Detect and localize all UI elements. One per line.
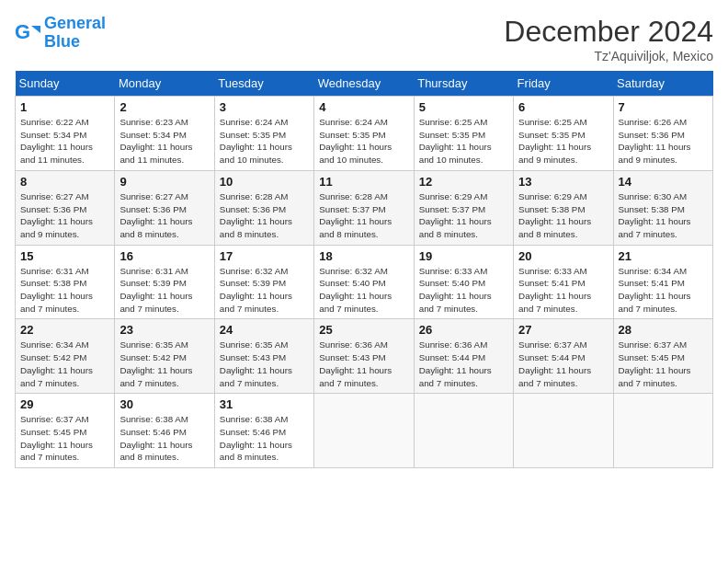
calendar-cell: 26Sunrise: 6:36 AMSunset: 5:44 PMDayligh… bbox=[414, 319, 513, 394]
logo-line1: General bbox=[44, 14, 106, 32]
day-number: 3 bbox=[220, 100, 309, 114]
title-section: December 2024 Tz'Aquiviljok, Mexico bbox=[504, 15, 713, 63]
calendar-cell: 16Sunrise: 6:31 AMSunset: 5:39 PMDayligh… bbox=[115, 245, 214, 319]
day-number: 14 bbox=[619, 175, 708, 189]
day-number: 19 bbox=[419, 249, 508, 263]
cell-info: Sunrise: 6:27 AMSunset: 5:36 PMDaylight:… bbox=[20, 190, 109, 241]
calendar-cell: 27Sunrise: 6:37 AMSunset: 5:44 PMDayligh… bbox=[514, 319, 613, 394]
day-number: 31 bbox=[220, 397, 309, 411]
cell-info: Sunrise: 6:38 AMSunset: 5:46 PMDaylight:… bbox=[119, 413, 209, 464]
day-number: 23 bbox=[119, 323, 209, 337]
calendar-cell: 25Sunrise: 6:36 AMSunset: 5:43 PMDayligh… bbox=[314, 319, 414, 394]
cell-info: Sunrise: 6:33 AMSunset: 5:40 PMDaylight:… bbox=[419, 265, 508, 316]
month-title: December 2024 bbox=[504, 15, 713, 49]
day-number: 30 bbox=[119, 397, 209, 411]
day-number: 15 bbox=[20, 249, 109, 263]
day-number: 16 bbox=[119, 249, 209, 263]
cell-info: Sunrise: 6:25 AMSunset: 5:35 PMDaylight:… bbox=[518, 116, 608, 167]
cell-info: Sunrise: 6:24 AMSunset: 5:35 PMDaylight:… bbox=[220, 116, 309, 167]
calendar-cell: 10Sunrise: 6:28 AMSunset: 5:36 PMDayligh… bbox=[214, 170, 313, 245]
cell-info: Sunrise: 6:33 AMSunset: 5:41 PMDaylight:… bbox=[518, 265, 608, 316]
calendar-body: 1Sunrise: 6:22 AMSunset: 5:34 PMDaylight… bbox=[16, 97, 713, 468]
day-number: 28 bbox=[619, 323, 708, 337]
cell-info: Sunrise: 6:31 AMSunset: 5:38 PMDaylight:… bbox=[20, 265, 109, 316]
day-number: 26 bbox=[419, 323, 508, 337]
calendar-cell: 15Sunrise: 6:31 AMSunset: 5:38 PMDayligh… bbox=[16, 245, 115, 319]
cell-info: Sunrise: 6:37 AMSunset: 5:45 PMDaylight:… bbox=[619, 339, 708, 389]
calendar-cell: 21Sunrise: 6:34 AMSunset: 5:41 PMDayligh… bbox=[613, 245, 712, 319]
calendar-cell: 20Sunrise: 6:33 AMSunset: 5:41 PMDayligh… bbox=[514, 245, 613, 319]
day-number: 10 bbox=[220, 175, 309, 189]
day-number: 4 bbox=[319, 100, 408, 114]
day-number: 11 bbox=[319, 175, 408, 189]
cell-info: Sunrise: 6:30 AMSunset: 5:38 PMDaylight:… bbox=[619, 190, 708, 241]
cell-info: Sunrise: 6:36 AMSunset: 5:44 PMDaylight:… bbox=[419, 339, 508, 389]
page-header: G General Blue December 2024 Tz'Aquivilj… bbox=[15, 15, 713, 63]
cell-info: Sunrise: 6:25 AMSunset: 5:35 PMDaylight:… bbox=[419, 116, 508, 167]
logo-line2: Blue bbox=[44, 32, 80, 51]
cell-info: Sunrise: 6:29 AMSunset: 5:37 PMDaylight:… bbox=[419, 190, 508, 241]
cell-info: Sunrise: 6:36 AMSunset: 5:43 PMDaylight:… bbox=[319, 339, 408, 389]
calendar-cell: 14Sunrise: 6:30 AMSunset: 5:38 PMDayligh… bbox=[613, 170, 712, 245]
calendar-week-row: 1Sunrise: 6:22 AMSunset: 5:34 PMDaylight… bbox=[16, 97, 713, 171]
cell-info: Sunrise: 6:34 AMSunset: 5:41 PMDaylight:… bbox=[619, 265, 708, 316]
calendar-cell: 1Sunrise: 6:22 AMSunset: 5:34 PMDaylight… bbox=[16, 97, 115, 171]
calendar-cell: 2Sunrise: 6:23 AMSunset: 5:34 PMDaylight… bbox=[115, 97, 214, 171]
header-day: Wednesday bbox=[314, 71, 414, 97]
cell-info: Sunrise: 6:37 AMSunset: 5:44 PMDaylight:… bbox=[518, 339, 608, 389]
cell-info: Sunrise: 6:35 AMSunset: 5:42 PMDaylight:… bbox=[119, 339, 209, 389]
location: Tz'Aquiviljok, Mexico bbox=[504, 49, 713, 63]
calendar-week-row: 15Sunrise: 6:31 AMSunset: 5:38 PMDayligh… bbox=[16, 245, 713, 319]
calendar-cell: 17Sunrise: 6:32 AMSunset: 5:39 PMDayligh… bbox=[214, 245, 313, 319]
calendar-cell: 31Sunrise: 6:38 AMSunset: 5:46 PMDayligh… bbox=[214, 394, 313, 468]
calendar-cell: 23Sunrise: 6:35 AMSunset: 5:42 PMDayligh… bbox=[115, 319, 214, 394]
calendar-cell: 3Sunrise: 6:24 AMSunset: 5:35 PMDaylight… bbox=[214, 97, 313, 171]
calendar-cell: 4Sunrise: 6:24 AMSunset: 5:35 PMDaylight… bbox=[314, 97, 414, 171]
day-number: 7 bbox=[619, 100, 708, 114]
day-number: 29 bbox=[20, 397, 109, 411]
calendar-cell: 19Sunrise: 6:33 AMSunset: 5:40 PMDayligh… bbox=[414, 245, 513, 319]
day-number: 12 bbox=[419, 175, 508, 189]
cell-info: Sunrise: 6:29 AMSunset: 5:38 PMDaylight:… bbox=[518, 190, 608, 241]
header-day: Monday bbox=[115, 71, 214, 97]
day-number: 8 bbox=[20, 175, 109, 189]
cell-info: Sunrise: 6:27 AMSunset: 5:36 PMDaylight:… bbox=[119, 190, 209, 241]
calendar-cell: 22Sunrise: 6:34 AMSunset: 5:42 PMDayligh… bbox=[16, 319, 115, 394]
logo-text: General Blue bbox=[44, 15, 106, 52]
day-number: 18 bbox=[319, 249, 408, 263]
cell-info: Sunrise: 6:22 AMSunset: 5:34 PMDaylight:… bbox=[20, 116, 109, 167]
day-number: 27 bbox=[518, 323, 608, 337]
header-row: SundayMondayTuesdayWednesdayThursdayFrid… bbox=[16, 71, 713, 97]
logo-icon: G bbox=[15, 20, 40, 46]
header-day: Thursday bbox=[414, 71, 513, 97]
day-number: 9 bbox=[119, 175, 209, 189]
calendar-cell bbox=[514, 394, 613, 468]
calendar-cell bbox=[314, 394, 414, 468]
day-number: 17 bbox=[220, 249, 309, 263]
calendar-cell: 6Sunrise: 6:25 AMSunset: 5:35 PMDaylight… bbox=[514, 97, 613, 171]
calendar-week-row: 29Sunrise: 6:37 AMSunset: 5:45 PMDayligh… bbox=[16, 394, 713, 468]
day-number: 22 bbox=[20, 323, 109, 337]
calendar-cell: 5Sunrise: 6:25 AMSunset: 5:35 PMDaylight… bbox=[414, 97, 513, 171]
calendar-week-row: 22Sunrise: 6:34 AMSunset: 5:42 PMDayligh… bbox=[16, 319, 713, 394]
cell-info: Sunrise: 6:28 AMSunset: 5:37 PMDaylight:… bbox=[319, 190, 408, 241]
calendar-cell: 29Sunrise: 6:37 AMSunset: 5:45 PMDayligh… bbox=[16, 394, 115, 468]
calendar-cell: 12Sunrise: 6:29 AMSunset: 5:37 PMDayligh… bbox=[414, 170, 513, 245]
cell-info: Sunrise: 6:38 AMSunset: 5:46 PMDaylight:… bbox=[220, 413, 309, 464]
cell-info: Sunrise: 6:23 AMSunset: 5:34 PMDaylight:… bbox=[119, 116, 209, 167]
cell-info: Sunrise: 6:35 AMSunset: 5:43 PMDaylight:… bbox=[220, 339, 309, 389]
svg-text:G: G bbox=[15, 20, 30, 43]
day-number: 2 bbox=[119, 100, 209, 114]
cell-info: Sunrise: 6:32 AMSunset: 5:39 PMDaylight:… bbox=[220, 265, 309, 316]
calendar-cell: 9Sunrise: 6:27 AMSunset: 5:36 PMDaylight… bbox=[115, 170, 214, 245]
calendar-header: SundayMondayTuesdayWednesdayThursdayFrid… bbox=[16, 71, 713, 97]
cell-info: Sunrise: 6:37 AMSunset: 5:45 PMDaylight:… bbox=[20, 413, 109, 464]
day-number: 1 bbox=[20, 100, 109, 114]
svg-marker-1 bbox=[31, 26, 40, 33]
calendar-cell bbox=[613, 394, 712, 468]
calendar-table: SundayMondayTuesdayWednesdayThursdayFrid… bbox=[15, 71, 713, 468]
calendar-cell: 11Sunrise: 6:28 AMSunset: 5:37 PMDayligh… bbox=[314, 170, 414, 245]
calendar-cell: 24Sunrise: 6:35 AMSunset: 5:43 PMDayligh… bbox=[214, 319, 313, 394]
cell-info: Sunrise: 6:31 AMSunset: 5:39 PMDaylight:… bbox=[119, 265, 209, 316]
header-day: Saturday bbox=[613, 71, 712, 97]
